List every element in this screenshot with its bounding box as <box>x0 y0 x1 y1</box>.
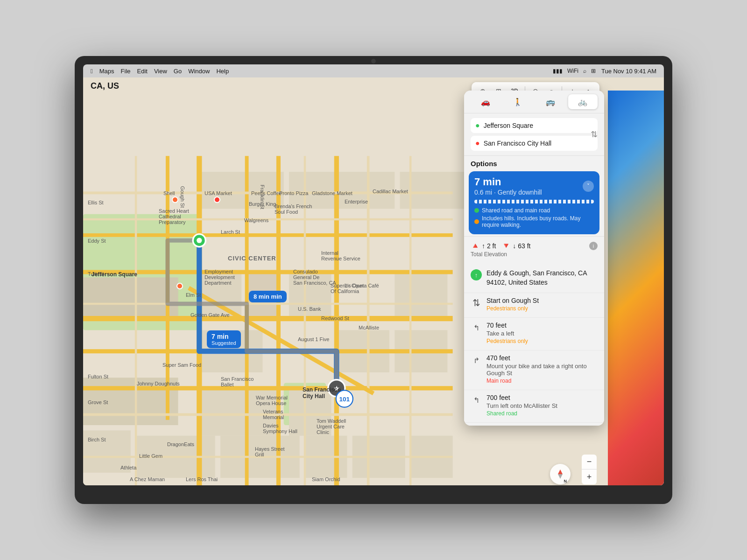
lers-ros-label: Lers Ros Thai <box>186 476 218 482</box>
brendas-label: Brenda's FrenchSoul Food <box>275 203 312 215</box>
elevation-info-icon[interactable]: i <box>589 242 598 250</box>
location-label: CA, US <box>91 81 119 91</box>
cadillac-label: Cadillac Market <box>373 189 408 194</box>
origin-input[interactable]: ● Jefferson Square <box>471 118 598 133</box>
route-inputs: ● Jefferson Square ● San Francisco City … <box>464 113 604 156</box>
consulado-label: ConsuladoGeneral DeSan Francisco, CA <box>293 269 336 286</box>
route-tag-1: Shared road and main road <box>474 207 594 214</box>
super-sam-label: Super Sam Food <box>162 362 201 368</box>
step-start-location: ↑ Eddy & Gough, San Francisco, CA 94102,… <box>471 269 598 287</box>
control-center-icon[interactable]: ⊞ <box>591 68 596 74</box>
route-progress-bar <box>474 200 594 203</box>
step-2-location: ↰ 70 feet Take a left Pedestrians only <box>471 322 598 344</box>
zoom-in-button[interactable]: + <box>582 469 597 484</box>
ballet-label: San FranciscoBallet <box>221 376 254 387</box>
expand-button[interactable]: ˅ <box>583 181 594 192</box>
menu-bar-left:  Maps File Edit View Go Window Help <box>91 68 229 75</box>
grove-label: Grove St <box>88 399 108 405</box>
shell-label: Shell <box>163 190 175 196</box>
chez-maman-label: A Chez Maman <box>130 476 165 482</box>
go-menu[interactable]: Go <box>174 68 182 75</box>
step-3: ↱ 470 feet Mount your bike and take a ri… <box>464 350 604 390</box>
step-start-text: Eddy & Gough, San Francisco, CA 94102, U… <box>486 269 598 287</box>
transit-tab[interactable]: 🚌 <box>536 94 565 109</box>
compass-north <box>558 469 563 474</box>
route-distance: 0.6 mi · Gently downhill <box>474 189 542 196</box>
step-2-distance: 70 feet <box>486 322 528 329</box>
peets-label: Peet's Coffee <box>251 190 282 196</box>
edit-menu[interactable]: Edit <box>137 68 148 75</box>
step-4-instruction: Turn left onto McAllister St <box>486 402 557 409</box>
burger-king-label: Burger King <box>249 201 276 207</box>
apple-menu[interactable]:  <box>91 68 93 75</box>
destination-input[interactable]: ● San Francisco City Hall <box>471 136 598 151</box>
sf-city-hall-label: San FranciscoCity Hall <box>303 386 341 399</box>
help-menu[interactable]: Help <box>216 68 229 75</box>
gough-label: Gough St <box>180 186 185 208</box>
tag-dot-2 <box>474 219 479 224</box>
route-option-header: 7 min 0.6 mi · Gently downhill ˅ <box>469 171 599 200</box>
gladstone-market-label: Gladstone Market <box>312 190 352 196</box>
usbank-label: U.S. Bank <box>298 306 321 312</box>
step-start-icon: ↑ <box>471 269 482 280</box>
elevation-up: 🔺 ↑ 2 ft <box>471 241 496 250</box>
walk-tab[interactable]: 🚶 <box>503 94 533 109</box>
usa-market-label: USA Market <box>204 190 232 196</box>
laptop-screen:  Maps File Edit View Go Window Help ▮▮▮… <box>83 64 664 485</box>
bike-tab[interactable]: 🚲 <box>568 94 598 109</box>
symphony-label: DaviesSymphony Hall <box>263 423 297 434</box>
wifi-icon: WiFi <box>567 68 578 74</box>
compass[interactable]: N <box>550 464 571 484</box>
options-label: Options <box>464 156 604 169</box>
menu-bar-time: Tue Nov 10 9:41 AM <box>601 68 656 75</box>
step-3-distance: 470 feet <box>486 354 598 362</box>
tag-dot-1 <box>474 208 479 213</box>
employment-label: EmploymentDevelopmentDepartment <box>204 269 235 286</box>
little-gem-label: Little Gem <box>139 453 162 459</box>
sacred-heart-label: Sacred HeartCathedralPreparatory <box>159 208 189 225</box>
directions-steps[interactable]: ↑ Eddy & Gough, San Francisco, CA 94102,… <box>464 262 604 426</box>
compass-n-label: N <box>564 479 567 483</box>
shell-poi <box>172 196 178 203</box>
athleta-label: Athleta <box>120 465 136 470</box>
siam-orchid-label: Siam Orchid <box>312 476 340 482</box>
elevation-label: Total Elevation <box>471 251 598 258</box>
pronto-pizza-label: Pronto Pizza <box>279 190 308 196</box>
menu-bar-icons: ▮▮▮ WiFi ⌕ ⊞ <box>553 68 596 74</box>
selected-route-option[interactable]: 7 min 0.6 mi · Gently downhill ˅ Shared … <box>469 171 599 234</box>
redwood-label: Redwood St <box>321 315 349 321</box>
search-icon[interactable]: ⌕ <box>583 68 586 74</box>
svg-rect-16 <box>395 272 447 320</box>
menu-bar:  Maps File Edit View Go Window Help ▮▮▮… <box>83 64 664 77</box>
opera-label: War MemorialOpera House <box>256 395 288 406</box>
elevation-row: 🔺 ↑ 2 ft 🔻 ↓ 63 ft i <box>471 241 598 250</box>
car-tab[interactable]: 🚗 <box>471 94 500 109</box>
credit-union-poi <box>176 283 183 289</box>
internal-revenue-label: InternalRevenue Service <box>321 250 360 261</box>
golden-gate-label: Golden Gate Ave <box>190 312 230 318</box>
file-menu[interactable]: File <box>121 68 131 75</box>
route-time: 7 min <box>474 176 542 188</box>
step-4: ↰ 700 feet Turn left onto McAllister St … <box>464 390 604 423</box>
window-menu[interactable]: Window <box>188 68 210 75</box>
step-4-distance: 700 feet <box>486 394 557 401</box>
zoom-controls: − + <box>582 455 597 484</box>
compass-inner <box>556 469 565 479</box>
usa-market-poi <box>214 196 220 203</box>
svg-point-46 <box>197 238 202 243</box>
view-menu[interactable]: View <box>154 68 167 75</box>
ellis-st-label: Ellis St <box>88 200 104 205</box>
maps-app-name[interactable]: Maps <box>99 68 114 75</box>
swap-routes-button[interactable]: ⇅ <box>591 129 598 140</box>
zoom-out-button[interactable]: − <box>582 455 597 469</box>
map-container[interactable]: ★ 101 CIVIC CENTER Jefferson Square San … <box>83 77 664 485</box>
alt-route-label: 8 min min <box>249 291 287 302</box>
fulton-label: Fulton St <box>88 374 108 379</box>
laptop-frame:  Maps File Edit View Go Window Help ▮▮▮… <box>75 56 672 504</box>
enterprise-label: Enterprise <box>345 199 368 204</box>
dragoneat-label: DragonEats <box>167 441 194 447</box>
step-4-road-type: Shared road <box>486 410 557 417</box>
step-2-icon: ↰ <box>471 322 482 333</box>
step-3-icon: ↱ <box>471 355 482 366</box>
larch-label: Larch St <box>221 229 240 235</box>
